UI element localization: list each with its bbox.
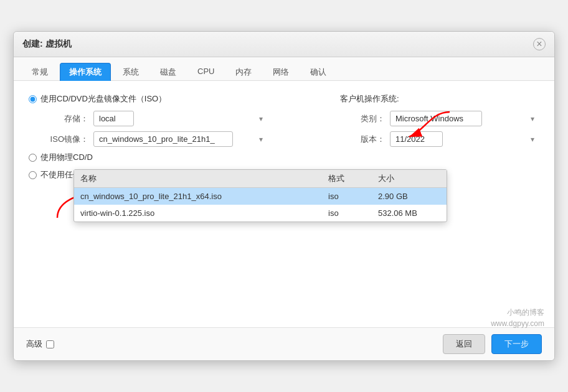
close-button[interactable]: × <box>533 38 546 50</box>
radio-iso[interactable] <box>29 95 37 103</box>
radio-physical[interactable] <box>29 154 37 162</box>
category-select-wrapper: Microsoft Windows <box>390 111 539 126</box>
advanced-label: 高级 <box>26 338 42 350</box>
radio-none[interactable] <box>29 171 37 179</box>
iso-row: ISO镜像： cn_windows_10_pro_lite_21h1_ <box>44 131 315 147</box>
iso-label: ISO镜像： <box>44 134 88 145</box>
tab-confirm[interactable]: 确认 <box>301 63 336 81</box>
dialog: 创建: 虚拟机 × 常规 操作系统 系统 磁盘 CPU 内存 网络 确认 使用C… <box>13 31 555 361</box>
dropdown-item-1-name: virtio-win-0.1.225.iso <box>80 208 328 218</box>
tab-cpu[interactable]: CPU <box>188 63 224 81</box>
watermark: 小鸣的博客 www.dgpyy.com <box>491 307 544 329</box>
dropdown-item-0-format: iso <box>328 192 378 201</box>
tab-bar: 常规 操作系统 系统 磁盘 CPU 内存 网络 确认 <box>14 57 554 81</box>
tab-disk[interactable]: 磁盘 <box>151 63 186 81</box>
dropdown-header: 名称 格式 大小 <box>74 170 447 188</box>
dialog-content: 使用CD/DVD光盘镜像文件（ISO） 存储： local ISO镜像： <box>14 81 554 199</box>
watermark-line1: 小鸣的博客 <box>491 307 544 318</box>
category-row: 类别： Microsoft Windows <box>340 111 539 126</box>
category-select[interactable]: Microsoft Windows <box>390 111 482 126</box>
radio-iso-row: 使用CD/DVD光盘镜像文件（ISO） <box>29 93 315 105</box>
dialog-title: 创建: 虚拟机 <box>22 39 72 50</box>
tab-system[interactable]: 系统 <box>113 63 148 81</box>
storage-label: 存储： <box>44 113 88 124</box>
dropdown-col-name: 名称 <box>80 173 328 184</box>
iso-dropdown-popup: 名称 格式 大小 cn_windows_10_pro_lite_21h1_x64… <box>73 169 447 222</box>
iso-form-fields: 存储： local ISO镜像： cn_windows_10_pro_lite_… <box>44 111 315 147</box>
storage-select-wrapper: local <box>93 111 268 126</box>
radio-iso-label: 使用CD/DVD光盘镜像文件（ISO） <box>40 93 166 105</box>
dropdown-item-1-format: iso <box>328 208 378 218</box>
dropdown-col-size: 大小 <box>378 173 440 184</box>
iso-select-wrapper: cn_windows_10_pro_lite_21h1_ <box>93 131 268 147</box>
tab-os[interactable]: 操作系统 <box>60 63 111 81</box>
back-button[interactable]: 返回 <box>443 334 485 354</box>
next-button[interactable]: 下一步 <box>491 334 542 354</box>
category-label: 类别： <box>340 113 385 124</box>
iso-select[interactable]: cn_windows_10_pro_lite_21h1_ <box>93 131 233 147</box>
dropdown-item-0-size: 2.90 GB <box>378 192 440 201</box>
storage-row: 存储： local <box>44 111 315 126</box>
guest-os-title: 客户机操作系统: <box>340 93 539 105</box>
dropdown-item-0-name: cn_windows_10_pro_lite_21h1_x64.iso <box>80 192 328 201</box>
tab-general[interactable]: 常规 <box>22 63 57 81</box>
footer-advanced: 高级 <box>26 338 54 350</box>
storage-select[interactable]: local <box>93 111 134 126</box>
version-select[interactable]: 11/2022 <box>390 131 443 147</box>
dropdown-item-0[interactable]: cn_windows_10_pro_lite_21h1_x64.iso iso … <box>74 188 447 205</box>
tab-network[interactable]: 网络 <box>263 63 298 81</box>
tab-memory[interactable]: 内存 <box>226 63 261 81</box>
dialog-header: 创建: 虚拟机 × <box>14 32 554 57</box>
version-label: 版本： <box>340 134 385 145</box>
radio-physical-row: 使用物理CD/D <box>29 152 315 163</box>
advanced-checkbox[interactable] <box>46 340 54 348</box>
dialog-footer: 高级 返回 下一步 <box>14 327 554 360</box>
dropdown-item-1-size: 532.06 MB <box>378 208 440 218</box>
dropdown-col-format: 格式 <box>328 173 378 184</box>
version-select-wrapper: 11/2022 <box>390 131 539 147</box>
radio-physical-label: 使用物理CD/D <box>40 152 93 163</box>
watermark-line2: www.dgpyy.com <box>491 318 544 329</box>
dropdown-item-1[interactable]: virtio-win-0.1.225.iso iso 532.06 MB <box>74 205 447 222</box>
version-row: 版本： 11/2022 <box>340 131 539 147</box>
